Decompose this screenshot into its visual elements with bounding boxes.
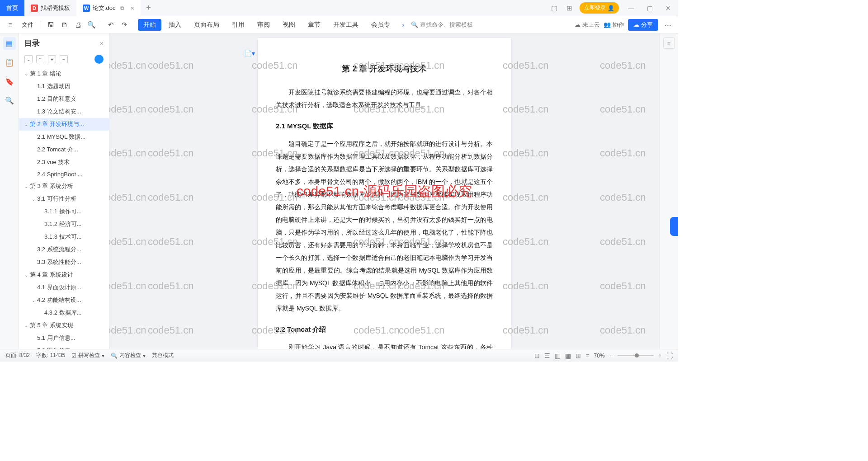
menu-chapter[interactable]: 章节: [302, 19, 326, 31]
compat-mode: 兼容模式: [152, 352, 174, 359]
spellcheck-button[interactable]: ☑ 拼写检查 ▾: [71, 352, 104, 359]
docer-icon: D: [31, 5, 38, 12]
word-icon: W: [83, 5, 90, 12]
share-button[interactable]: ☁ 分享: [628, 19, 658, 31]
collapse-all-button[interactable]: ⌄: [24, 55, 33, 63]
outline-item[interactable]: 5.2 医生信息...: [19, 344, 109, 349]
outline-item[interactable]: 4.3.2 数据库...: [19, 306, 109, 319]
zoom-level[interactable]: 70%: [594, 353, 605, 359]
window-icon[interactable]: ⧉: [120, 5, 124, 11]
search-rail-icon[interactable]: 🔍: [3, 94, 16, 107]
outline-item[interactable]: 2.1 MYSQL 数据...: [19, 131, 109, 143]
view-mode-3-icon[interactable]: ▥: [555, 352, 561, 359]
outline-item[interactable]: ⌄4.2 功能结构设...: [19, 294, 109, 306]
tab-home[interactable]: 首页: [0, 0, 24, 16]
user-icon: 👤: [608, 5, 614, 11]
add-tab-button[interactable]: +: [141, 3, 156, 13]
doc-p1: 开发医院挂号就诊系统需要搭建编程的环境，也需要通过调查，对各个相关技术进行分析，…: [276, 86, 493, 111]
outline-item[interactable]: 2.4 SpringBoot ...: [19, 169, 109, 180]
outline-list: ⌄第 1 章 绪论1.1 选题动因1.2 目的和意义1.3 论文结构安...⌄第…: [19, 67, 109, 349]
outline-item[interactable]: 3.3 系统性能分...: [19, 256, 109, 268]
login-button[interactable]: 立即登录👤: [580, 2, 619, 14]
view-mode-5-icon[interactable]: ⊞: [576, 352, 581, 359]
tab-template[interactable]: D找稻壳模板: [24, 0, 76, 16]
menu-ref[interactable]: 引用: [226, 19, 250, 31]
outline-item[interactable]: ⌄第 1 章 绪论: [19, 67, 109, 80]
outline-item[interactable]: 2.2 Tomcat 介...: [19, 143, 109, 156]
save-icon[interactable]: 🖫: [45, 19, 57, 31]
fullscreen-icon[interactable]: ⛶: [666, 352, 673, 359]
minimize-button[interactable]: —: [624, 3, 638, 14]
doc-p2: 题目确定了是一个应用程序之后，就开始按部就班的进行设计与分析。本课题是需要数据库…: [276, 137, 493, 315]
undo-icon[interactable]: ↶: [105, 19, 117, 31]
doc-h2a: 2.1 MYSQL 数据库: [276, 119, 493, 133]
outline-item[interactable]: 1.3 论文结构安...: [19, 105, 109, 118]
collab-button[interactable]: 👥 协作: [604, 21, 624, 29]
outline-item[interactable]: ⌄第 3 章 系统分析: [19, 180, 109, 193]
command-search[interactable]: 🔍 查找命令、搜索模板: [411, 21, 473, 29]
outline-close-icon[interactable]: ×: [99, 39, 104, 47]
tab-document[interactable]: W论文.doc⧉×: [76, 0, 141, 16]
doc-h1: 第 2 章 开发环境与技术: [276, 61, 493, 77]
zoom-slider[interactable]: [618, 355, 654, 356]
add-button[interactable]: +: [48, 55, 56, 63]
outline-item[interactable]: 1.1 选题动因: [19, 80, 109, 93]
outline-item[interactable]: 5.1 用户信息...: [19, 332, 109, 344]
print-icon[interactable]: 🖨: [72, 19, 84, 31]
doc-p3: 刚开始学习 Java 语言的时候，是不知道还有 Tomcat 这些东西的，各种语…: [276, 341, 493, 349]
view-mode-4-icon[interactable]: ▦: [565, 352, 571, 359]
outline-item[interactable]: ⌄第 4 章 系统设计: [19, 268, 109, 281]
word-count[interactable]: 字数: 11435: [36, 352, 65, 359]
outline-item[interactable]: 3.1.2 经济可...: [19, 218, 109, 230]
expand-all-button[interactable]: ⌃: [36, 55, 44, 63]
outline-item[interactable]: 3.1.3 技术可...: [19, 230, 109, 243]
view-mode-1-icon[interactable]: ⊡: [534, 352, 540, 359]
close-button[interactable]: ✕: [662, 3, 675, 14]
menu-review[interactable]: 审阅: [252, 19, 275, 31]
outline-title: 目录: [24, 38, 40, 48]
outline-item[interactable]: ⌄3.1 可行性分析: [19, 193, 109, 205]
outline-item[interactable]: 3.2 系统流程分...: [19, 243, 109, 256]
outline-item[interactable]: 4.1 界面设计原...: [19, 281, 109, 294]
zoom-minus-button[interactable]: −: [609, 352, 613, 359]
content-check-button[interactable]: 🔍 内容检查 ▾: [111, 352, 146, 359]
menu-icon[interactable]: ≡: [5, 19, 16, 31]
outline-rail-icon[interactable]: ▤: [3, 37, 16, 50]
zoom-plus-button[interactable]: +: [658, 352, 662, 359]
more-icon[interactable]: ⋯: [662, 19, 674, 31]
outline-item[interactable]: 3.1.1 操作可...: [19, 205, 109, 218]
document-page: 📄▾ 第 2 章 开发环境与技术 开发医院挂号就诊系统需要搭建编程的环境，也需要…: [258, 38, 511, 349]
view-mode-2-icon[interactable]: ☰: [544, 352, 550, 359]
menu-member[interactable]: 会员专: [366, 19, 396, 31]
chevron-right-icon[interactable]: ›: [397, 19, 409, 31]
grid-icon[interactable]: ⊞: [565, 2, 574, 14]
saveas-icon[interactable]: 🗎: [58, 19, 70, 31]
close-icon[interactable]: ×: [131, 4, 135, 12]
menu-view[interactable]: 视图: [277, 19, 301, 31]
avatar-icon[interactable]: [94, 55, 104, 64]
menu-insert[interactable]: 插入: [163, 19, 187, 31]
bookmark-rail-icon[interactable]: 🔖: [3, 75, 16, 88]
page-marker-icon: 📄▾: [244, 47, 255, 60]
cloud-status[interactable]: ☁ 未上云: [575, 21, 600, 29]
menu-layout[interactable]: 页面布局: [189, 19, 225, 31]
remove-button[interactable]: −: [60, 55, 68, 63]
menu-start[interactable]: 开始: [138, 19, 161, 31]
side-feedback-tab[interactable]: [670, 217, 678, 236]
outline-item[interactable]: 2.3 vue 技术: [19, 156, 109, 169]
menu-dev[interactable]: 开发工具: [328, 19, 364, 31]
doc-h2b: 2.2 Tomcat 介绍: [276, 323, 493, 336]
page-indicator[interactable]: 页面: 8/32: [5, 352, 30, 359]
copy-rail-icon[interactable]: 📋: [3, 56, 16, 69]
file-menu[interactable]: 文件: [18, 21, 37, 29]
zoom-out-icon[interactable]: ≡: [585, 352, 589, 359]
outline-item[interactable]: ⌄第 5 章 系统实现: [19, 319, 109, 332]
redo-icon[interactable]: ↷: [118, 19, 130, 31]
outline-item[interactable]: ⌄第 2 章 开发环境与...: [19, 118, 109, 131]
maximize-button[interactable]: ▢: [643, 3, 656, 14]
outline-item[interactable]: 1.2 目的和意义: [19, 93, 109, 105]
right-panel-toggle[interactable]: ≡: [663, 37, 675, 49]
layout-icon[interactable]: ▢: [549, 2, 559, 14]
preview-icon[interactable]: 🔍: [85, 19, 97, 31]
